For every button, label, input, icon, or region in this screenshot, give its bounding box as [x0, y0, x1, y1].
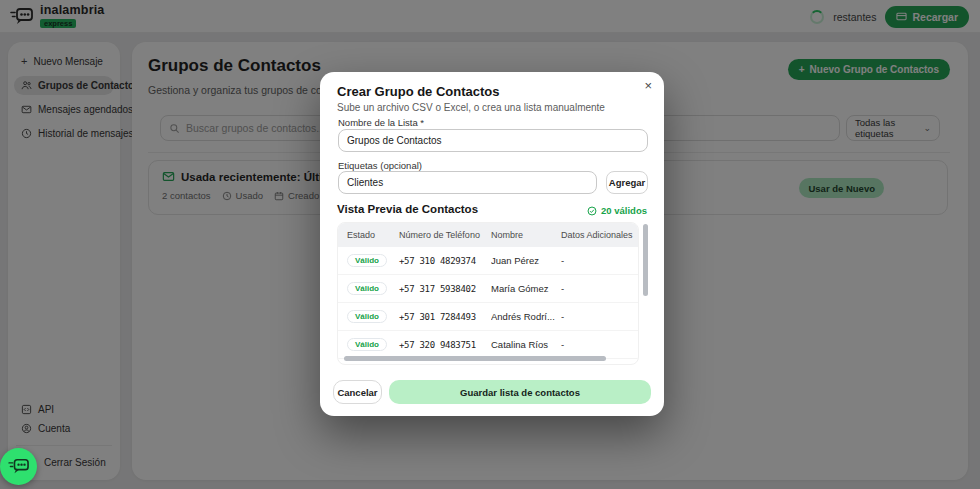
- horizontal-scrollbar[interactable]: [344, 356, 606, 361]
- table-row: Válido +57 317 5938402 María Gómez -: [338, 275, 638, 303]
- close-icon[interactable]: ×: [644, 78, 652, 93]
- preview-title: Vista Previa de Contactos: [337, 203, 478, 215]
- list-name-input[interactable]: [338, 129, 648, 152]
- chat-bubble-logo-icon: [8, 457, 30, 476]
- status-badge: Válido: [347, 310, 387, 323]
- contacts-preview-table: Estado Número de Teléfono Nombre Datos A…: [337, 222, 639, 365]
- create-group-modal: × Crear Grupo de Contactos Sube un archi…: [320, 72, 664, 416]
- table-row: Válido +57 320 9483751 Catalina Ríos -: [338, 331, 638, 359]
- valid-count-label: 20 válidos: [601, 205, 647, 216]
- table-row: Válido +57 310 4829374 Juan Pérez -: [338, 247, 638, 275]
- add-tag-button[interactable]: Agregar: [606, 171, 648, 194]
- table-row: Válido +57 301 7284493 Andrés Rodrí... -: [338, 303, 638, 331]
- phone-cell: +57 310 4829374: [399, 256, 491, 266]
- phone-cell: +57 301 7284493: [399, 312, 491, 322]
- status-badge: Válido: [347, 282, 387, 295]
- col-datos: Datos Adicionales: [561, 230, 638, 240]
- tags-label: Etiquetas (opcional): [338, 160, 422, 171]
- extra-cell: -: [561, 283, 638, 294]
- name-cell: Juan Pérez: [491, 255, 561, 266]
- tags-input[interactable]: [338, 171, 597, 194]
- chat-widget-button[interactable]: [0, 448, 37, 485]
- list-name-label: Nombre de la Lista *: [338, 117, 424, 128]
- name-cell: Catalina Ríos: [491, 339, 561, 350]
- vertical-scrollbar[interactable]: [643, 224, 648, 296]
- col-nombre: Nombre: [491, 230, 561, 240]
- valid-count-badge: 20 válidos: [587, 205, 647, 216]
- extra-cell: -: [561, 339, 638, 350]
- status-badge: Válido: [347, 338, 387, 351]
- status-badge: Válido: [347, 254, 387, 267]
- extra-cell: -: [561, 255, 638, 266]
- col-estado: Estado: [347, 230, 399, 240]
- phone-cell: +57 320 9483751: [399, 340, 491, 350]
- check-circle-icon: [587, 206, 597, 216]
- modal-title: Crear Grupo de Contactos: [337, 84, 500, 99]
- modal-subtitle: Sube un archivo CSV o Excel, o crea una …: [337, 102, 605, 113]
- save-contact-list-button[interactable]: Guardar lista de contactos: [389, 380, 651, 404]
- name-cell: Andrés Rodrí...: [491, 311, 561, 322]
- name-cell: María Gómez: [491, 283, 561, 294]
- extra-cell: -: [561, 311, 638, 322]
- cancel-button[interactable]: Cancelar: [333, 380, 382, 404]
- phone-cell: +57 317 5938402: [399, 284, 491, 294]
- table-header-row: Estado Número de Teléfono Nombre Datos A…: [338, 223, 638, 247]
- col-telefono: Número de Teléfono: [399, 230, 491, 240]
